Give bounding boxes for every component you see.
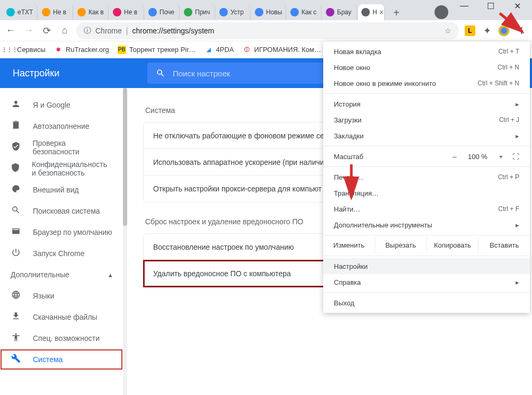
sidebar-item-label: Конфиденциальность и безопасность bbox=[32, 160, 112, 177]
menu-more-tools[interactable]: Дополнительные инструменты▸ bbox=[323, 217, 530, 233]
menu-zoom-row: Масштаб – 100 % + ⛶ bbox=[323, 148, 530, 164]
menu-find[interactable]: Найти…Ctrl + F bbox=[323, 201, 530, 217]
bookmark-favicon: PB bbox=[118, 46, 126, 54]
menu-exit[interactable]: Выход bbox=[323, 295, 530, 311]
menu-help[interactable]: Справка▸ bbox=[323, 274, 530, 290]
sidebar-item-shield[interactable]: Конфиденциальность и безопасность bbox=[0, 158, 123, 179]
window-controls: — ☐ ✕ bbox=[459, 0, 532, 11]
globe-icon bbox=[11, 290, 21, 302]
sidebar-item-clipboard[interactable]: Автозаполнение bbox=[0, 116, 123, 137]
sidebar-item-label: Спец. возможности bbox=[33, 334, 100, 343]
menu-copy[interactable]: Копировать bbox=[427, 238, 479, 253]
power-icon bbox=[11, 248, 21, 259]
browser-tab[interactable]: Устр bbox=[216, 4, 251, 20]
close-window-button[interactable]: ✕ bbox=[512, 1, 522, 11]
menu-history[interactable]: История▸ bbox=[323, 96, 530, 112]
sidebar-item-wrench[interactable]: Система bbox=[0, 349, 123, 370]
bookmark-label: Торрент трекер Pir… bbox=[129, 46, 196, 54]
browser-tab[interactable]: Прич bbox=[181, 4, 215, 20]
back-button[interactable]: ← bbox=[4, 24, 17, 37]
sidebar-item-browser[interactable]: Браузер по умолчанию bbox=[0, 222, 123, 243]
bookmark-label: RuTracker.org bbox=[66, 46, 109, 54]
new-tab-button[interactable]: + bbox=[389, 5, 404, 20]
menu-print[interactable]: Печать…Ctrl + P bbox=[323, 169, 530, 185]
bookmark-item[interactable]: ⋮⋮⋮Сервисы bbox=[5, 46, 46, 54]
tab-label: Новы bbox=[266, 8, 282, 16]
sidebar-item-label: Проверка безопасности bbox=[32, 139, 112, 156]
sidebar-item-globe[interactable]: Языки bbox=[0, 285, 123, 306]
menu-new-window[interactable]: Новое окноCtrl + N bbox=[323, 59, 530, 75]
bookmark-favicon: ◢ bbox=[205, 46, 213, 54]
clipboard-icon bbox=[11, 120, 21, 132]
browser-tab[interactable]: Как в bbox=[74, 4, 109, 20]
sidebar-item-power[interactable]: Запуск Chrome bbox=[0, 243, 123, 264]
browser-tab[interactable]: Как с bbox=[287, 4, 322, 20]
bookmark-favicon: ⓘ bbox=[243, 46, 251, 54]
sidebar-item-download[interactable]: Скачанные файлы bbox=[0, 306, 123, 328]
chrome-menu-button[interactable] bbox=[515, 27, 528, 34]
extensions-icon[interactable]: ✦ bbox=[481, 25, 493, 37]
tab-label: Н bbox=[373, 8, 377, 16]
sidebar-item-shield-check[interactable]: Проверка безопасности bbox=[0, 137, 123, 158]
sidebar-item-label: Браузер по умолчанию bbox=[33, 228, 112, 236]
browser-tab[interactable]: Брау bbox=[323, 4, 357, 20]
settings-title: Настройки bbox=[0, 68, 147, 79]
home-button[interactable]: ⌂ bbox=[58, 24, 71, 37]
browser-tab[interactable]: eTXT bbox=[3, 4, 38, 20]
menu-cast[interactable]: Трансляция… bbox=[323, 185, 530, 201]
bookmark-item[interactable]: ✱RuTracker.org bbox=[54, 46, 109, 54]
menu-bookmarks[interactable]: Закладки▸ bbox=[323, 128, 530, 144]
menu-new-tab[interactable]: Новая вкладкаCtrl + T bbox=[323, 43, 530, 59]
profile-avatar[interactable] bbox=[498, 25, 510, 37]
tab-favicon bbox=[219, 8, 228, 16]
sidebar-item-search[interactable]: Поисковая система bbox=[0, 200, 123, 222]
tab-label: Как в bbox=[88, 8, 104, 16]
reload-button[interactable]: ⟳ bbox=[40, 24, 53, 37]
browser-tab[interactable]: Поче bbox=[145, 4, 180, 20]
sidebar-item-accessibility[interactable]: Спец. возможности bbox=[0, 328, 123, 349]
sidebar-item-label: Поисковая система bbox=[33, 207, 100, 215]
bookmark-star-icon[interactable]: ☆ bbox=[445, 27, 451, 35]
zoom-out-button[interactable]: – bbox=[453, 153, 456, 161]
tab-label: Как с bbox=[302, 8, 316, 16]
site-info-icon[interactable]: ⓘ bbox=[84, 26, 91, 36]
browser-tab[interactable]: Не в bbox=[39, 4, 73, 20]
tab-label: Устр bbox=[230, 8, 244, 16]
forward-button[interactable]: → bbox=[22, 24, 35, 37]
menu-downloads[interactable]: ЗагрузкиCtrl + J bbox=[323, 112, 530, 128]
bookmark-label: 4PDA bbox=[216, 46, 234, 54]
minimize-button[interactable]: — bbox=[459, 1, 469, 11]
tab-favicon bbox=[255, 8, 263, 16]
shield-icon bbox=[11, 163, 20, 174]
menu-paste[interactable]: Вставить bbox=[478, 238, 530, 253]
tab-favicon bbox=[361, 8, 370, 16]
bookmark-favicon: ⋮⋮⋮ bbox=[5, 46, 14, 54]
omnibox[interactable]: ⓘ Chrome | chrome://settings/system ☆ bbox=[76, 22, 459, 39]
bookmark-item[interactable]: ⓘИГРОМАНИЯ. Ком… bbox=[243, 46, 321, 54]
browser-tab[interactable]: Не в bbox=[110, 4, 144, 20]
zoom-in-button[interactable]: + bbox=[499, 153, 503, 161]
browser-tab[interactable]: Н× bbox=[358, 4, 385, 20]
menu-incognito[interactable]: Новое окно в режиме инкогнитоCtrl + Shif… bbox=[323, 75, 530, 91]
sidebar-item-palette[interactable]: Внешний вид bbox=[0, 179, 123, 200]
bookmark-item[interactable]: ◢4PDA bbox=[205, 46, 234, 54]
tab-favicon bbox=[184, 8, 192, 16]
bookmark-favicon: ✱ bbox=[54, 46, 63, 54]
bookmark-item[interactable]: PBТоррент трекер Pir… bbox=[118, 46, 196, 54]
browser-tab[interactable]: Новы bbox=[252, 4, 286, 20]
extension-icon-1[interactable]: L bbox=[464, 25, 476, 37]
tab-label: Не в bbox=[124, 8, 137, 16]
sidebar-item-person[interactable]: Я и Google bbox=[0, 94, 123, 116]
accessibility-icon bbox=[11, 332, 21, 344]
menu-cut[interactable]: Вырезать bbox=[375, 238, 427, 253]
sidebar-scrollbar[interactable] bbox=[123, 88, 127, 395]
fullscreen-button[interactable]: ⛶ bbox=[512, 153, 519, 161]
tab-favicon bbox=[113, 8, 121, 16]
tab-strip: eTXTНе вКак вНе вПочеПричУстрНовыКак сБр… bbox=[0, 0, 532, 20]
sidebar-advanced-toggle[interactable]: Дополнительные▴ bbox=[0, 264, 123, 285]
menu-settings[interactable]: Настройки bbox=[323, 258, 530, 274]
maximize-button[interactable]: ☐ bbox=[485, 1, 496, 11]
search-icon bbox=[11, 205, 21, 217]
tab-overflow-icon[interactable] bbox=[435, 5, 448, 19]
tab-close-icon[interactable]: × bbox=[379, 8, 384, 16]
